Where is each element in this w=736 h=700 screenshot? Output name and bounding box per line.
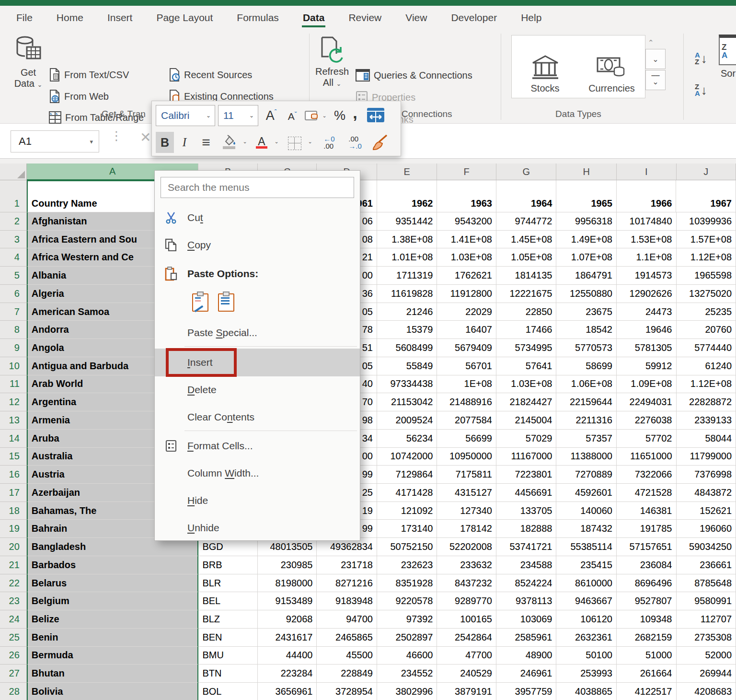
cell-value-4-2[interactable]: 1.05E+08 [496,248,557,267]
column-header-H[interactable]: H [556,163,617,180]
cell-value-13-5[interactable]: 2339133 [677,411,736,430]
cell-value-23-5[interactable]: 9580991 [677,592,736,610]
cell-value-16-4[interactable]: 7322066 [617,466,677,484]
row-header-14[interactable]: 14 [0,430,27,448]
cell-value-13-0[interactable]: 2009524 [377,411,437,430]
bold-button[interactable]: B [156,132,174,153]
row-header-10[interactable]: 10 [0,357,27,375]
from-web-button[interactable]: From Web [49,90,109,103]
tab-view[interactable]: View [404,8,428,27]
chevron-down-icon[interactable]: ⌄ [321,110,328,121]
stocks-button[interactable]: Stocks [512,35,578,98]
cell-value-19-3[interactable]: 187432 [556,520,617,538]
column-header-F[interactable]: F [437,163,496,180]
cell-value-24-5[interactable]: 112707 [677,610,736,629]
cell-value-13-3[interactable]: 2211316 [556,411,617,430]
cell-value-5-3[interactable]: 1864791 [556,267,617,285]
cell-value-25-5[interactable]: 2735308 [677,629,736,647]
cell-value-5-5[interactable]: 1965598 [677,267,736,285]
cell-value-21-4[interactable]: 236084 [617,556,677,574]
menu-item-hide[interactable]: Hide [155,490,360,511]
cell-value-27-0[interactable]: 234552 [377,665,437,683]
queries-connections-button[interactable]: Queries & Connections [356,69,472,82]
tab-developer[interactable]: Developer [450,8,498,27]
tab-file[interactable]: File [15,8,34,27]
cell-value-19-4[interactable]: 191785 [617,520,677,538]
cell-value-23-4[interactable]: 9527807 [617,592,677,610]
menu-item-cut[interactable]: Cut [155,207,360,228]
cell-country-26[interactable]: Bermuda [27,647,199,665]
increase-decimal-button[interactable]: .00→.0 [344,133,367,152]
cell-value-4-5[interactable]: 1.12E+08 [677,248,736,267]
row-header-9[interactable]: 9 [0,339,27,357]
menu-item-unhide[interactable]: Unhide [155,517,360,538]
cell-value-12-2[interactable]: 21824427 [496,393,557,411]
cell-value-17-2[interactable]: 4456691 [496,484,557,502]
cell-code-27[interactable]: BTN [198,665,258,683]
cell-value-9-2[interactable]: 5734995 [496,339,557,357]
row-header-7[interactable]: 7 [0,303,27,321]
tab-review[interactable]: Review [347,8,382,27]
row-header-4[interactable]: 4 [0,248,27,267]
recent-sources-button[interactable]: Recent Sources [169,68,252,82]
paste-keep-formatting-button[interactable] [192,293,208,312]
row-header-28[interactable]: 28 [0,683,27,700]
cell-value-23-3[interactable]: 9463667 [556,592,617,610]
cell-value-18-3[interactable]: 140060 [556,502,617,520]
cell-value-2-4[interactable]: 10174840 [617,212,677,231]
cell-value-20-0[interactable]: 50752150 [377,538,437,556]
row-header-26[interactable]: 26 [0,647,27,665]
cell-value-22-1[interactable]: 8437232 [437,574,496,593]
cell-value-23-0[interactable]: 9220578 [377,592,437,610]
cell-value-15-3[interactable]: 11388000 [556,448,617,466]
cell-value-28-2[interactable]: 3957759 [496,683,557,700]
row-header-23[interactable]: 23 [0,592,27,610]
cell-value-6-1[interactable]: 11912800 [437,285,496,303]
cell-1960-25[interactable]: 2431617 [258,629,317,647]
cell-value-14-2[interactable]: 57029 [496,430,557,448]
cell-value-28-5[interactable]: 4208683 [677,683,736,700]
menu-item-copy[interactable]: Copy [155,234,360,256]
cell-value-16-0[interactable]: 7129864 [377,466,437,484]
cell-value-6-5[interactable]: 13275020 [677,285,736,303]
cell-value-27-1[interactable]: 240529 [437,665,496,683]
row-header-2[interactable]: 2 [0,212,27,231]
cell-value-8-2[interactable]: 17466 [496,321,557,339]
cell-value-10-4[interactable]: 59912 [617,357,677,375]
cell-value-8-3[interactable]: 18542 [556,321,617,339]
sort-za-button[interactable]: ZA ↓ [695,78,717,103]
column-header-E[interactable]: E [377,163,437,180]
cell-value-7-2[interactable]: 22850 [496,303,557,321]
cell-value-27-5[interactable]: 269944 [677,665,736,683]
cell-value-23-2[interactable]: 9378113 [496,592,557,610]
cell-value-12-3[interactable]: 22159644 [556,393,617,411]
cell-value-6-2[interactable]: 12221675 [496,285,557,303]
tab-home[interactable]: Home [56,8,84,27]
cell-value-21-5[interactable]: 236661 [677,556,736,574]
cell-value-28-0[interactable]: 3802996 [377,683,437,700]
cell-1960-23[interactable]: 9153489 [258,592,317,610]
cell-value-24-1[interactable]: 100165 [437,610,496,629]
cell-value-24-0[interactable]: 97392 [377,610,437,629]
cell-value-13-4[interactable]: 2276038 [617,411,677,430]
cell-value-16-5[interactable]: 7376998 [677,466,736,484]
cell-value-2-1[interactable]: 9543200 [437,212,496,231]
row-header-22[interactable]: 22 [0,574,27,593]
cell-value-20-4[interactable]: 57157651 [617,538,677,556]
cell-value-25-2[interactable]: 2585961 [496,629,557,647]
cell-value-8-5[interactable]: 20760 [677,321,736,339]
cell-value-24-4[interactable]: 109348 [617,610,677,629]
cell-value-6-4[interactable]: 12902626 [617,285,677,303]
menu-item-delete[interactable]: Delete [155,379,360,400]
cell-value-5-0[interactable]: 1711319 [377,267,437,285]
cell-country-21[interactable]: Barbados [27,556,199,574]
row-header-15[interactable]: 15 [0,448,27,466]
cell-value-14-0[interactable]: 56234 [377,430,437,448]
cell-1960-27[interactable]: 223284 [258,665,317,683]
cell-value-3-5[interactable]: 1.57E+08 [677,231,736,249]
cell-value-7-1[interactable]: 22029 [437,303,496,321]
cell-value-22-4[interactable]: 8696496 [617,574,677,593]
cell-value-3-1[interactable]: 1.41E+08 [437,231,496,249]
cell-value-19-0[interactable]: 173140 [377,520,437,538]
cell-value-17-0[interactable]: 4171428 [377,484,437,502]
